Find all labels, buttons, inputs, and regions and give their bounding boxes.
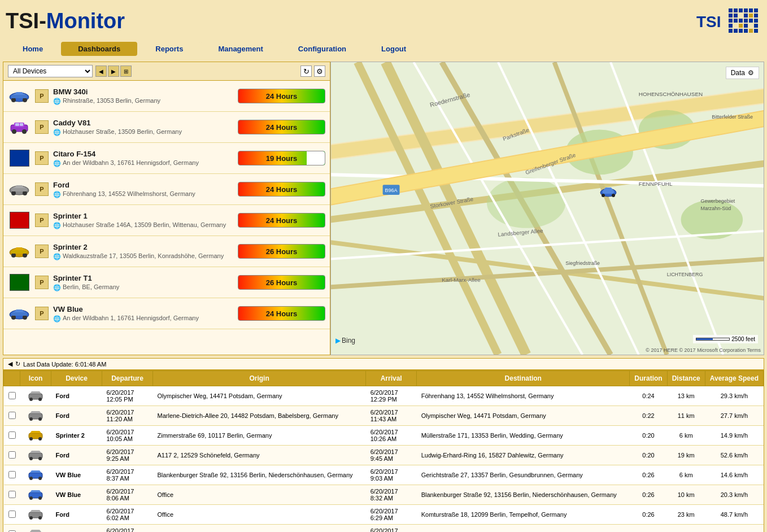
svg-point-50 bbox=[11, 253, 16, 258]
settings-button[interactable]: ⚙ bbox=[314, 66, 325, 77]
row-distance-0: 13 km bbox=[667, 386, 705, 406]
vehicle-parking-sprinter1[interactable]: P bbox=[35, 213, 49, 227]
vehicle-parking-citaro[interactable]: P bbox=[35, 151, 49, 165]
hours-bar-sprinter1: 24 Hours bbox=[238, 213, 325, 228]
vehicle-parking-sprinter2[interactable]: P bbox=[35, 245, 49, 258]
svg-rect-9 bbox=[744, 14, 748, 18]
svg-point-128 bbox=[38, 516, 42, 520]
svg-marker-102 bbox=[30, 391, 41, 394]
checkbox-input-1[interactable] bbox=[8, 412, 16, 419]
checkbox-input-6[interactable] bbox=[8, 511, 16, 518]
svg-text:LICHTENBERG: LICHTENBERG bbox=[667, 272, 703, 277]
row-origin-1: Marlene-Dietrich-Allee 20, 14482 Potsdam… bbox=[153, 406, 366, 426]
svg-rect-15 bbox=[749, 19, 753, 23]
nav-management[interactable]: Management bbox=[201, 42, 280, 56]
svg-point-72 bbox=[487, 177, 565, 228]
vehicle-color-block-sprintert1 bbox=[10, 274, 29, 291]
main-nav: Home Dashboards Reports Management Confi… bbox=[0, 42, 767, 59]
nav-logout[interactable]: Logout bbox=[364, 42, 423, 56]
device-filter-select[interactable]: All Devices bbox=[8, 65, 93, 77]
row-checkbox-3[interactable] bbox=[4, 446, 20, 465]
row-speed-3: 52.6 km/h bbox=[705, 446, 763, 465]
row-duration-0: 0:24 bbox=[630, 386, 667, 406]
svg-point-123 bbox=[29, 496, 33, 500]
row-device-3: Ford bbox=[51, 446, 102, 465]
th-distance: Distance bbox=[667, 371, 705, 386]
nav-reports[interactable]: Reports bbox=[138, 42, 200, 56]
row-speed-6: 48.7 km/h bbox=[705, 505, 763, 525]
hours-bar-vwblue: 24 Hours bbox=[238, 306, 325, 321]
data-table-container: Icon Device Departure Origin Arrival Des… bbox=[3, 370, 764, 532]
row-destination-2: Müllerstraße 171, 13353 Berlin, Wedding,… bbox=[417, 426, 630, 446]
svg-rect-14 bbox=[744, 19, 748, 23]
checkbox-input-0[interactable] bbox=[8, 392, 16, 399]
row-checkbox-7[interactable] bbox=[4, 525, 20, 533]
checkbox-input-4[interactable] bbox=[8, 471, 16, 478]
vehicle-name-citaro: Citaro F-154 bbox=[53, 150, 233, 158]
row-device-2: Sprinter 2 bbox=[51, 426, 102, 446]
row-checkbox-5[interactable] bbox=[4, 485, 20, 505]
vehicle-address-sprinter1: 🌐 Holzhauser Straße 146A, 13509 Berlin, … bbox=[53, 221, 233, 229]
checkbox-input-2[interactable] bbox=[8, 431, 16, 439]
vehicle-parking-ford[interactable]: P bbox=[35, 182, 49, 196]
row-distance-7: 19 km bbox=[667, 525, 705, 533]
row-checkbox-4[interactable] bbox=[4, 465, 20, 485]
vehicle-parking-bmw[interactable]: P bbox=[35, 89, 49, 103]
refresh-button[interactable]: ↻ bbox=[300, 66, 312, 77]
row-checkbox-6[interactable] bbox=[4, 505, 20, 525]
svg-point-32 bbox=[11, 98, 16, 102]
expand-button[interactable]: ⊞ bbox=[120, 66, 132, 77]
svg-marker-59 bbox=[14, 309, 24, 312]
status-arrow-left[interactable]: ◀ bbox=[8, 360, 12, 368]
svg-point-99 bbox=[612, 194, 615, 197]
vehicle-parking-caddy[interactable]: P bbox=[35, 120, 49, 134]
row-device-1: Ford bbox=[51, 406, 102, 426]
table-row: Ford 6/20/2017 6:02 AM Office 6/20/2017 … bbox=[4, 505, 764, 525]
vehicle-name-sprinter2: Sprinter 2 bbox=[53, 243, 233, 251]
nav-dashboards[interactable]: Dashboards bbox=[61, 42, 137, 56]
row-arrival-2: 6/20/2017 10:26 AM bbox=[366, 426, 417, 446]
row-duration-5: 0:26 bbox=[630, 485, 667, 505]
th-checkbox bbox=[4, 371, 20, 386]
next-page-button[interactable]: ▶ bbox=[108, 66, 119, 77]
svg-rect-40 bbox=[15, 123, 19, 126]
row-checkbox-0[interactable] bbox=[4, 386, 20, 406]
row-origin-0: Olympischer Weg, 14471 Potsdam, Germany bbox=[153, 386, 366, 406]
vehicle-list: P BMW 340i 🌐 Rhinstraße, 13053 Berlin, G… bbox=[3, 81, 330, 355]
row-arrival-7: 6/20/2017 4:01 AM bbox=[366, 525, 417, 533]
checkbox-input-5[interactable] bbox=[8, 491, 16, 498]
vehicle-parking-vwblue[interactable]: P bbox=[35, 307, 49, 320]
map-copyright: © 2017 HERE © 2017 Microsoft Corporation… bbox=[646, 347, 761, 353]
checkbox-input-3[interactable] bbox=[8, 451, 16, 459]
row-icon-1 bbox=[20, 406, 51, 426]
svg-point-120 bbox=[38, 477, 42, 480]
status-refresh-icon[interactable]: ↻ bbox=[15, 360, 20, 368]
map-area[interactable]: Roedernstraße Parkstraße HOHENSCHÖNHAUSE… bbox=[330, 62, 764, 355]
hours-bar-bmw: 24 Hours bbox=[238, 89, 325, 103]
vehicle-parking-sprintert1[interactable]: P bbox=[35, 276, 49, 289]
row-speed-7: 40.1 km/h bbox=[705, 525, 763, 533]
vehicle-address-sprinter2: 🌐 Waldkauzstraße 17, 13505 Berlin, Konra… bbox=[53, 252, 233, 260]
nav-configuration[interactable]: Configuration bbox=[281, 42, 363, 56]
map-settings-icon[interactable]: ⚙ bbox=[748, 69, 754, 77]
th-speed: Average Speed bbox=[705, 371, 763, 386]
svg-text:Siegfriedstraße: Siegfriedstraße bbox=[565, 260, 600, 266]
prev-page-button[interactable]: ◀ bbox=[95, 66, 107, 77]
svg-rect-12 bbox=[734, 19, 738, 23]
vehicle-row-sprinter1: P Sprinter 1 🌐 Holzhauser Straße 146A, 1… bbox=[3, 205, 330, 236]
svg-point-56 bbox=[11, 315, 16, 320]
row-distance-2: 6 km bbox=[667, 426, 705, 446]
row-distance-5: 10 km bbox=[667, 485, 705, 505]
row-checkbox-1[interactable] bbox=[4, 406, 20, 426]
nav-home[interactable]: Home bbox=[6, 42, 60, 56]
row-speed-1: 27.7 km/h bbox=[705, 406, 763, 426]
hours-bar-sprintert1: 26 Hours bbox=[238, 275, 325, 290]
row-destination-1: Olympischer Weg, 14471 Potsdam, Germany bbox=[417, 406, 630, 426]
vehicle-info-vwblue: VW Blue 🌐 An der Wildbahn 1, 16761 Henni… bbox=[53, 305, 233, 322]
scale-label: 2500 feet bbox=[731, 336, 755, 342]
vehicle-row-ford: P Ford 🌐 Föhrenhang 13, 14552 Wilhelmsho… bbox=[3, 174, 330, 205]
row-departure-2: 6/20/2017 10:05 AM bbox=[102, 426, 153, 446]
row-checkbox-2[interactable] bbox=[4, 426, 20, 446]
checkbox-input-7[interactable] bbox=[8, 530, 16, 533]
row-destination-4: Gerichtstraße 27, 13357 Berlin, Gesundbr… bbox=[417, 465, 630, 485]
